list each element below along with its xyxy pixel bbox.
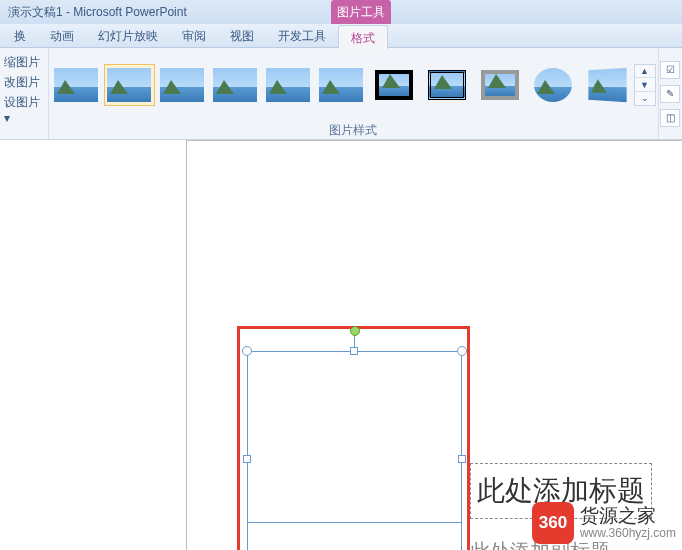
- reset-picture-button[interactable]: 设图片 ▾: [4, 94, 44, 126]
- picture-border-button[interactable]: ☑: [660, 61, 680, 79]
- style-thumb-11[interactable]: [581, 64, 632, 106]
- watermark: 360 货源之家 www.360hyzj.com: [532, 502, 676, 544]
- ribbon-group-label: 图片样式: [49, 121, 658, 139]
- gallery-expand-icon: ⌄: [635, 92, 655, 105]
- style-thumb-5[interactable]: [263, 64, 314, 106]
- style-thumb-3[interactable]: [157, 64, 208, 106]
- menu-transitions[interactable]: 换: [2, 24, 38, 48]
- rotation-handle[interactable]: [350, 326, 360, 336]
- style-thumb-1[interactable]: [51, 64, 102, 106]
- document-name: 演示文稿1: [8, 4, 63, 21]
- title-separator: -: [63, 5, 74, 19]
- menu-animations[interactable]: 动画: [38, 24, 86, 48]
- picture-layout-button[interactable]: ◫: [660, 109, 680, 127]
- menu-review[interactable]: 审阅: [170, 24, 218, 48]
- menu-bar: 换 动画 幻灯片放映 审阅 视图 开发工具 格式: [0, 24, 682, 48]
- menu-format[interactable]: 格式: [338, 25, 388, 49]
- menu-slideshow[interactable]: 幻灯片放映: [86, 24, 170, 48]
- picture-effects-button[interactable]: ✎: [660, 85, 680, 103]
- gallery-row-down-icon: ▼: [635, 78, 655, 92]
- ribbon: 缩图片 改图片 设图片 ▾ ▲ ▼ ⌄ 图片样式 ☑ ✎ ◫: [0, 48, 682, 140]
- slide-workspace: 此处添加标题 此处添加副标题: [0, 140, 682, 550]
- app-name: Microsoft PowerPoint: [73, 5, 186, 19]
- style-thumb-10[interactable]: [528, 64, 579, 106]
- ribbon-right-buttons: ☑ ✎ ◫: [658, 48, 682, 139]
- style-thumb-8[interactable]: [422, 64, 473, 106]
- resize-handle-right[interactable]: [458, 455, 466, 463]
- style-thumb-7[interactable]: [369, 64, 420, 106]
- ribbon-adjust-group: 缩图片 改图片 设图片 ▾: [0, 48, 49, 139]
- ribbon-styles-group: ▲ ▼ ⌄ 图片样式: [49, 48, 658, 139]
- picture-styles-gallery: ▲ ▼ ⌄: [49, 48, 658, 121]
- watermark-logo: 360: [532, 502, 574, 544]
- watermark-name: 货源之家: [580, 506, 676, 527]
- resize-handle-top-left[interactable]: [242, 346, 252, 356]
- style-thumb-2[interactable]: [104, 64, 155, 106]
- style-thumb-9[interactable]: [475, 64, 526, 106]
- style-thumb-6[interactable]: [316, 64, 367, 106]
- gallery-more-button[interactable]: ▲ ▼ ⌄: [634, 64, 656, 106]
- resize-handle-left[interactable]: [243, 455, 251, 463]
- menu-view[interactable]: 视图: [218, 24, 266, 48]
- watermark-url: www.360hyzj.com: [580, 526, 676, 540]
- resize-handle-top-right[interactable]: [457, 346, 467, 356]
- resize-handle-top[interactable]: [350, 347, 358, 355]
- menu-developer[interactable]: 开发工具: [266, 24, 338, 48]
- caption-divider: [247, 522, 462, 523]
- compress-pictures-button[interactable]: 缩图片: [4, 54, 44, 70]
- gallery-row-up-icon: ▲: [635, 65, 655, 79]
- contextual-tab-picture-tools[interactable]: 图片工具: [331, 0, 391, 24]
- style-thumb-4[interactable]: [210, 64, 261, 106]
- change-picture-button[interactable]: 改图片: [4, 74, 44, 90]
- selected-picture-placeholder[interactable]: [247, 351, 462, 550]
